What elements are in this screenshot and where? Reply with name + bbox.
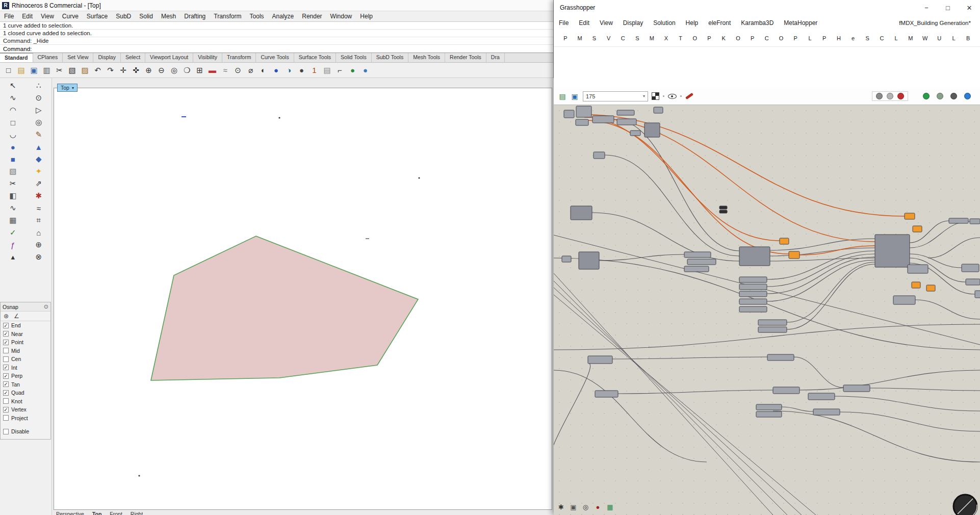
panel-options-icon[interactable]: ⊙ [44,303,48,310]
gh-component-node[interactable] [739,247,770,266]
viewport-tab-front[interactable]: Front [110,511,122,515]
gh-component-node[interactable] [630,131,640,136]
component-tab-7[interactable]: X [661,35,670,41]
wave-icon[interactable]: ≈ [219,64,231,76]
ellipse-icon[interactable]: ◎ [26,116,52,128]
component-tab-11[interactable]: K [719,35,728,41]
cut-icon[interactable]: ✂ [53,64,66,76]
canvas-compass-icon[interactable] [951,493,979,515]
rhino-menu-curve[interactable]: Curve [58,11,83,21]
polygon-icon[interactable]: ▷ [26,104,52,116]
blue-sphere-icon[interactable] [964,93,971,99]
viewport-tab-perspective[interactable]: Perspective [56,511,84,515]
preview-eye-icon[interactable] [668,94,677,99]
checkbox[interactable]: ✓ [3,323,9,328]
grid-icon[interactable]: ⌗ [26,214,52,226]
gh-component-node[interactable] [617,110,634,115]
toolbar-tab-dra[interactable]: Dra [486,53,505,62]
component-tab-15[interactable]: O [777,35,786,41]
osnap-quad[interactable]: ✓Quad [1,389,50,397]
grasshopper-canvas[interactable]: ✱▣◎●▦ [554,105,980,515]
toolbar-tab-surface-tools[interactable]: Surface Tools [294,53,336,62]
gh-component-node[interactable] [949,218,968,223]
toolbar-tab-standard[interactable]: Standard [0,53,33,62]
redo-icon[interactable]: ↷ [104,64,117,76]
help-globe-icon[interactable]: ● [359,64,372,76]
checkbox[interactable]: ✓ [3,373,9,379]
arc-icon[interactable]: ◠ [0,104,26,116]
rhino-menu-transform[interactable]: Transform [210,11,245,21]
osnap-mid[interactable]: Mid [1,347,50,355]
rhino-menu-file[interactable]: File [0,11,18,21]
component-tab-23[interactable]: L [892,35,901,41]
rhino-menu-render[interactable]: Render [298,11,326,21]
toolbar-tab-display[interactable]: Display [93,53,120,62]
grid-tool-icon[interactable]: ▦ [606,503,614,511]
rhino-title-bar[interactable]: R Rhinoceros 8 Commercial - [Top] [0,0,553,11]
split-icon[interactable]: ◧ [0,190,26,202]
rhino-menu-mesh[interactable]: Mesh [157,11,180,21]
gh-component-node[interactable] [912,282,920,288]
gh-component-node[interactable] [592,116,614,123]
gh-menu-elefront[interactable]: eleFront [703,18,736,28]
viewport-title-tab[interactable]: Top ▾ [57,84,78,92]
toolbar-tab-select[interactable]: Select [121,53,145,62]
checkbox[interactable]: ✓ [3,340,9,345]
home-icon[interactable]: ⌂ [26,226,52,239]
gh-component-node[interactable] [767,354,794,360]
checkbox[interactable] [3,415,9,421]
component-tab-14[interactable]: C [762,35,771,41]
toolbar-tab-render-tools[interactable]: Render Tools [445,53,486,62]
top-viewport[interactable] [54,88,552,510]
gh-component-node[interactable] [588,356,612,364]
save-definition-icon[interactable]: ▣ [570,92,579,101]
dark-sphere-icon[interactable]: ● [295,64,308,76]
surface-icon[interactable]: ▧ [0,165,26,177]
circle-icon[interactable]: ⊙ [231,64,244,76]
gh-component-node[interactable] [579,252,599,269]
rhino-menu-help[interactable]: Help [356,11,377,21]
gh-component-node[interactable] [571,206,592,220]
osnap-project[interactable]: Project [1,414,50,423]
gh-component-node[interactable] [970,219,980,224]
gh-component-node[interactable] [719,210,727,213]
viewport-tab-top[interactable]: Top [92,511,101,515]
gem-display-icon[interactable] [923,93,930,99]
two-tone-ball-icon[interactable] [937,93,943,99]
add-icon[interactable]: ⊕ [26,239,52,251]
pointer-icon[interactable]: ↖ [0,80,26,92]
rectangle-icon[interactable]: □ [0,116,26,128]
definition-graph[interactable] [554,105,980,515]
dolly-icon[interactable]: ✜ [130,64,142,76]
toolbar-tab-subd-tools[interactable]: SubD Tools [372,53,409,62]
extend-icon[interactable]: ⇗ [26,177,52,190]
osnap-near[interactable]: ✓Near [1,330,50,339]
gh-component-node[interactable] [905,213,915,219]
check-icon[interactable]: ✓ [0,226,26,239]
gh-component-node[interactable] [739,306,767,312]
maximize-button[interactable]: □ [937,0,959,15]
component-tab-18[interactable]: P [820,35,829,41]
gh-component-node[interactable] [739,284,767,290]
toolbar-tab-transform[interactable]: Transform [222,53,256,62]
notify-badge-icon[interactable]: 1 [308,64,321,76]
gh-component-node[interactable] [576,119,588,125]
gh-menu-view[interactable]: View [595,18,618,28]
gh-component-node[interactable] [594,152,605,159]
gh-menu-help[interactable]: Help [681,18,704,28]
rhino-menu-surface[interactable]: Surface [83,11,112,21]
gh-menu-solution[interactable]: Solution [648,18,680,28]
erase-icon[interactable]: ▬ [206,64,219,76]
component-tab-2[interactable]: S [589,35,599,41]
checkbox[interactable] [3,398,9,404]
osnap-point[interactable]: ✓Point [1,338,50,347]
component-tab-0[interactable]: P [561,35,570,41]
rhino-menu-edit[interactable]: Edit [18,11,37,21]
component-tab-26[interactable]: U [935,35,944,41]
toolbar-tab-cplanes[interactable]: CPlanes [33,53,63,62]
gh-component-node[interactable] [893,296,915,304]
checkbox[interactable] [3,356,9,362]
osnap-int[interactable]: ✓Int [1,364,50,372]
gh-component-node[interactable] [926,285,935,291]
component-tab-10[interactable]: P [705,35,714,41]
